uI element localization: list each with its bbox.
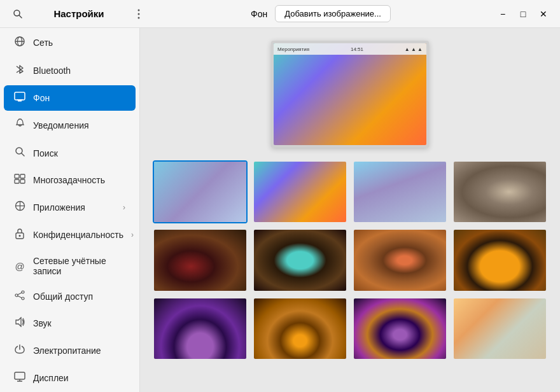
window-controls: − □ ✕ [494,5,552,23]
sidebar-label-accounts: Сетевые учётные записи [33,256,125,276]
sidebar-item-search[interactable]: Поиск [4,140,136,166]
svg-rect-10 [18,101,22,102]
svg-marker-27 [16,318,21,326]
sidebar-item-privacy[interactable]: Конфиденциальность › [4,221,136,248]
wallpaper-image-11 [354,298,446,359]
sidebar-label-bluetooth: Bluetooth [33,66,71,76]
apps-icon [14,200,25,214]
preview-app-name: Мероприятия [277,46,309,52]
wallpaper-image-6 [254,230,346,290]
title-bar-center: Фон Добавить изображение... [148,5,494,22]
privacy-icon [14,228,25,242]
notifications-icon [14,118,25,132]
multitask-icon [14,174,25,186]
sidebar-item-sound[interactable]: Звук [4,311,136,336]
apps-arrow-icon: › [123,203,125,212]
svg-rect-13 [15,174,19,178]
power-icon [14,344,25,358]
wallpaper-thumb-11[interactable] [353,297,447,360]
sidebar: Сеть Bluetooth Фон [0,28,140,392]
add-image-button[interactable]: Добавить изображение... [275,5,391,22]
sidebar-label-notifications: Уведомления [33,120,89,130]
wallpaper-thumb-2[interactable] [253,160,347,223]
preview-title-bar: Мероприятия 14:51 ▲ ▲ ▲ [274,43,426,55]
sidebar-label-sound: Звук [33,318,52,328]
sidebar-item-accounts[interactable]: @ Сетевые учётные записи [4,249,136,283]
sidebar-item-network[interactable]: Сеть [4,29,136,56]
svg-point-24 [22,297,24,300]
svg-point-21 [19,235,21,237]
title-bar-left: Настройки [8,4,148,24]
sidebar-item-sharing[interactable]: Общий доступ [4,284,136,309]
fon-label: Фон [251,9,267,19]
sound-icon [14,317,25,330]
wallpaper-thumb-8[interactable] [452,228,547,291]
preview-wrapper: Мероприятия 14:51 ▲ ▲ ▲ [271,41,429,148]
display-icon [14,372,25,384]
svg-point-4 [138,17,140,18]
wallpaper-image-2 [254,162,346,222]
svg-line-25 [18,293,22,295]
fon-icon [14,92,25,104]
wallpaper-image-5 [154,230,246,290]
accounts-icon: @ [14,261,25,272]
svg-line-12 [22,153,24,156]
network-icon [14,36,25,50]
content-area: Мероприятия 14:51 ▲ ▲ ▲ [140,28,560,392]
preview-screen: Мероприятия 14:51 ▲ ▲ ▲ [274,43,426,145]
sidebar-label-privacy: Конфиденциальность [33,230,123,240]
menu-button[interactable] [130,5,148,23]
preview-icons: ▲ ▲ ▲ [405,46,423,52]
sidebar-label-sharing: Общий доступ [33,291,93,302]
wallpaper-thumb-6[interactable] [253,228,347,291]
svg-point-23 [15,294,18,297]
maximize-button[interactable]: □ [514,5,532,23]
minimize-button[interactable]: − [494,5,512,23]
sidebar-label-fon: Фон [33,93,50,103]
wallpaper-thumb-12[interactable] [452,297,547,360]
sidebar-item-display[interactable]: Дисплеи [4,365,136,391]
wallpaper-grid [153,160,547,360]
sidebar-item-fon[interactable]: Фон [4,85,136,111]
close-button[interactable]: ✕ [535,5,552,23]
svg-point-2 [138,9,140,11]
wallpaper-image-8 [454,230,546,290]
wallpaper-image-1 [154,162,246,222]
svg-line-1 [19,15,22,18]
wallpaper-image-4 [454,162,546,222]
svg-point-3 [138,13,140,15]
wallpaper-thumb-1[interactable] [153,160,248,223]
sidebar-item-bluetooth[interactable]: Bluetooth [4,57,136,84]
svg-rect-28 [15,372,25,379]
search-button[interactable] [8,4,28,24]
wallpaper-image-7 [354,230,446,290]
sidebar-label-apps: Приложения [33,202,85,213]
sidebar-item-apps[interactable]: Приложения › [4,194,136,220]
sidebar-label-network: Сеть [33,38,53,48]
sidebar-item-notifications[interactable]: Уведомления [4,112,136,139]
svg-rect-8 [15,92,25,100]
wallpaper-thumb-5[interactable] [153,228,248,291]
wallpaper-preview-area: Мероприятия 14:51 ▲ ▲ ▲ [153,41,547,148]
preview-time: 14:51 [351,46,363,52]
svg-rect-15 [15,179,19,183]
app-title: Настройки [33,8,125,19]
bluetooth-icon [14,64,25,78]
wallpaper-image-10 [254,298,346,359]
sidebar-label-power: Электропитание [33,346,101,356]
wallpaper-thumb-4[interactable] [452,160,547,223]
preview-wallpaper [274,43,426,145]
sidebar-item-multitask[interactable]: Многозадачность [4,167,136,193]
wallpaper-thumb-9[interactable] [153,297,248,360]
privacy-arrow-icon: › [131,230,134,239]
sidebar-label-multitask: Многозадачность [33,175,105,185]
svg-rect-14 [20,174,25,178]
svg-rect-9 [17,99,23,101]
sidebar-label-display: Дисплеи [33,373,69,383]
wallpaper-thumb-10[interactable] [253,297,347,360]
sidebar-item-power[interactable]: Электропитание [4,337,136,364]
wallpaper-thumb-3[interactable] [353,160,447,223]
sharing-icon [14,290,25,303]
wallpaper-thumb-7[interactable] [353,228,447,291]
main-area: Сеть Bluetooth Фон [0,28,560,392]
